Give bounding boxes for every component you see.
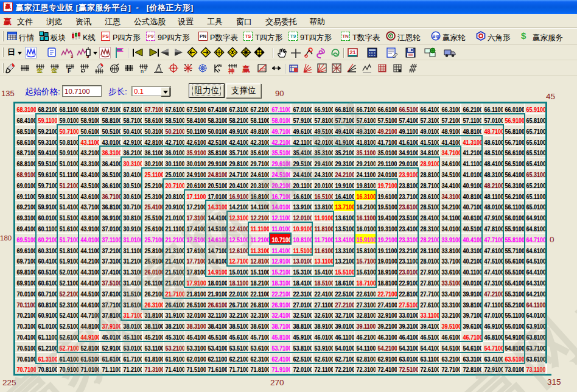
svg-text:F: F bbox=[68, 68, 71, 74]
svg-text:神: 神 bbox=[228, 68, 234, 74]
svg-text:赢: 赢 bbox=[242, 65, 250, 74]
svg-text:2: 2 bbox=[144, 68, 147, 72]
svg-text:金: 金 bbox=[37, 67, 43, 74]
svg-text:金: 金 bbox=[51, 67, 58, 74]
svg-text:3: 3 bbox=[71, 54, 74, 59]
svg-text:Big: Big bbox=[432, 34, 439, 39]
svg-text:123: 123 bbox=[260, 68, 265, 71]
svg-text:n: n bbox=[141, 68, 144, 74]
svg-text:21: 21 bbox=[349, 49, 355, 55]
